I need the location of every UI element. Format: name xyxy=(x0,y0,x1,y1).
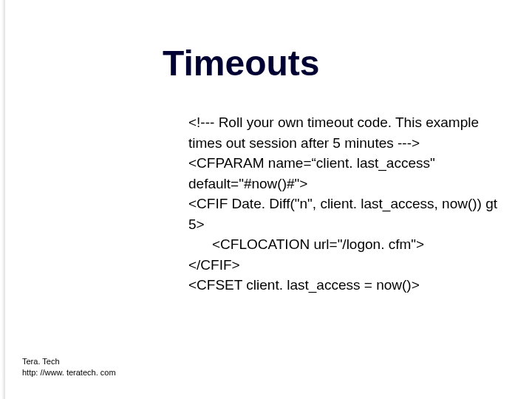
code-line-5: </CFIF> xyxy=(188,255,514,276)
footer-company: Tera. Tech xyxy=(22,356,116,367)
code-line-2: <CFPARAM name=“client. last_access" defa… xyxy=(188,153,514,194)
footer: Tera. Tech http: //www. teratech. com xyxy=(22,356,116,378)
slide-title: Timeouts xyxy=(163,43,319,83)
accent-bar xyxy=(0,0,5,399)
code-line-3: <CFIF Date. Diff("n", client. last_acces… xyxy=(188,194,514,234)
footer-url: http: //www. teratech. com xyxy=(22,367,116,378)
code-line-6: <CFSET client. last_access = now()> xyxy=(188,275,514,296)
code-block: <!--- Roll your own timeout code. This e… xyxy=(188,112,514,296)
code-line-1: <!--- Roll your own timeout code. This e… xyxy=(188,112,514,153)
code-line-4: <CFLOCATION url="/logon. cfm"> xyxy=(188,234,514,255)
